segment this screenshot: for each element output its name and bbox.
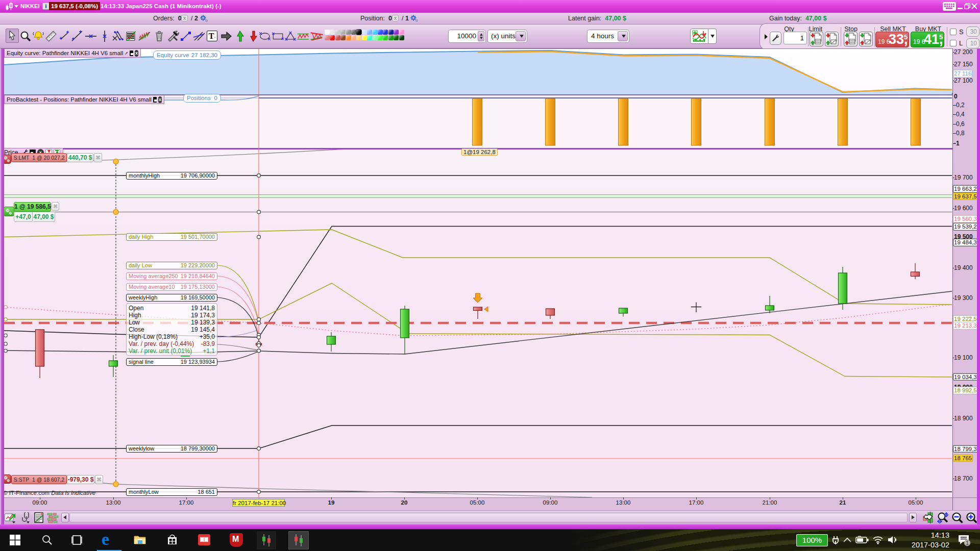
svg-text:1: 1 xyxy=(966,540,969,546)
